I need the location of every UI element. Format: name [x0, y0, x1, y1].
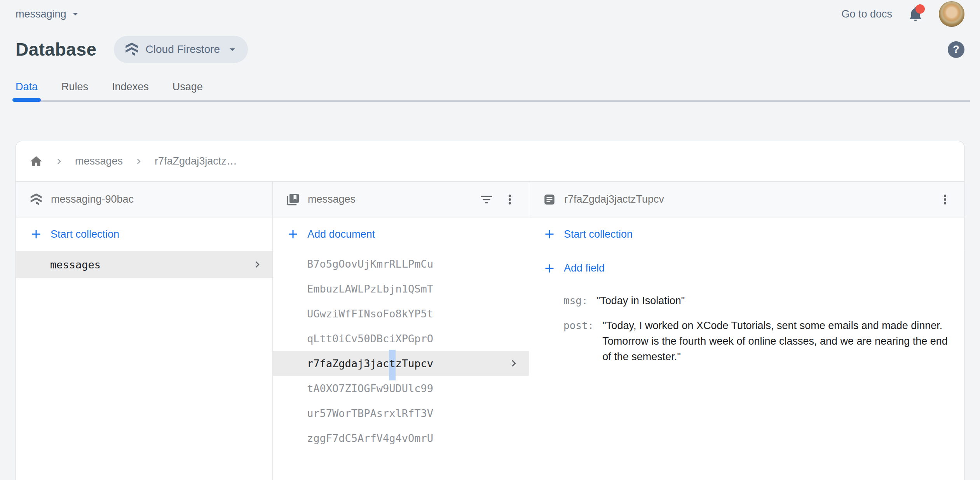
document-row[interactable]: tA0XO7ZIOGFw9UDUlc99	[273, 376, 529, 401]
breadcrumb: messages r7faZgdaj3jactz…	[16, 141, 964, 182]
collection-title: messages	[308, 193, 356, 205]
breadcrumb-collection[interactable]: messages	[75, 155, 123, 167]
document-icon	[542, 193, 556, 207]
topbar: messaging Go to docs	[0, 0, 980, 28]
title-row: Database Cloud Firestore	[16, 36, 980, 63]
text-selection-highlight: t	[389, 350, 395, 380]
document-list: B7o5gOovUjKmrRLLPmCuEmbuzLAWLPzLbjn1QSmT…	[273, 251, 529, 480]
tabs-bar: Data Rules Indexes Usage	[0, 77, 980, 102]
filter-icon[interactable]	[479, 192, 494, 207]
field-row-post: post: "Today, I worked on XCode Tutorial…	[563, 318, 949, 364]
notifications-button[interactable]	[907, 5, 924, 23]
document-id: zggF7dC5ArfV4g4vOmrU	[307, 432, 433, 444]
document-row[interactable]: qLtt0iCv50DBciXPGprO	[273, 326, 529, 351]
document-id: r7faZgdaj3jactzTupcv	[307, 357, 433, 370]
document-id: UGwziWfFINsoFo8kYP5t	[307, 308, 433, 320]
field-name[interactable]: post:	[563, 318, 594, 333]
document-row[interactable]: r7faZgdaj3jactzTupcv	[273, 351, 529, 376]
document-row[interactable]: zggF7dC5ArfV4g4vOmrU	[273, 426, 529, 450]
tab-rules[interactable]: Rules	[61, 77, 88, 102]
document-id: B7o5gOovUjKmrRLLPmCu	[307, 258, 433, 270]
column-document: r7faZgdaj3jactzTupcv Start collection Ad…	[529, 182, 964, 480]
chevron-right-icon	[133, 156, 144, 167]
breadcrumb-document[interactable]: r7faZgdaj3jactz…	[155, 155, 237, 167]
column-collection: messages Add document B7o5gOovUjKmrRLLPm…	[273, 182, 529, 480]
start-collection-button[interactable]: Start collection	[529, 217, 964, 251]
collection-icon	[286, 193, 300, 207]
chevron-down-icon	[226, 43, 239, 56]
more-vert-icon[interactable]	[502, 192, 517, 207]
question-mark-icon: ?	[953, 44, 959, 56]
document-fields: msg: "Today in Isolation" post: "Today, …	[529, 285, 964, 374]
document-title: r7faZgdaj3jactzTupcv	[564, 193, 664, 205]
tab-data[interactable]: Data	[16, 77, 38, 102]
tabs-divider	[16, 100, 970, 102]
more-vert-icon[interactable]	[938, 192, 952, 207]
add-document-label: Add document	[307, 228, 375, 240]
notification-dot	[915, 4, 925, 14]
project-name: messaging	[16, 8, 66, 20]
chevron-right-icon	[507, 357, 520, 370]
help-button[interactable]: ?	[948, 41, 964, 58]
field-name[interactable]: msg:	[563, 293, 588, 308]
page-title: Database	[16, 39, 97, 60]
firestore-icon	[29, 193, 43, 207]
document-id: qLtt0iCv50DBciXPGprO	[307, 333, 433, 345]
chevron-right-icon	[251, 258, 264, 271]
tab-usage[interactable]: Usage	[173, 77, 203, 102]
product-pill-label: Cloud Firestore	[146, 43, 220, 56]
document-row[interactable]: EmbuzLAWLPzLbjn1QSmT	[273, 276, 529, 301]
document-id: EmbuzLAWLPzLbjn1QSmT	[307, 283, 433, 295]
add-document-button[interactable]: Add document	[273, 217, 529, 251]
add-field-button[interactable]: Add field	[529, 251, 964, 285]
document-column-header: r7faZgdaj3jactzTupcv	[529, 182, 964, 217]
column-database-root: messaging-90bac Start collection message…	[16, 182, 273, 480]
document-id: tA0XO7ZIOGFw9UDUlc99	[307, 382, 433, 394]
go-to-docs-link[interactable]: Go to docs	[841, 8, 892, 20]
field-row-msg: msg: "Today in Isolation"	[563, 293, 949, 308]
document-id: ur57WorTBPAsrxlRfT3V	[307, 407, 433, 419]
document-row[interactable]: UGwziWfFINsoFo8kYP5t	[273, 301, 529, 326]
root-column-header: messaging-90bac	[16, 182, 272, 217]
collection-row-messages[interactable]: messages	[16, 251, 272, 278]
field-value[interactable]: "Today in Isolation"	[596, 293, 685, 308]
firestore-icon	[124, 42, 140, 57]
chevron-right-icon	[54, 156, 65, 167]
tab-indexes[interactable]: Indexes	[112, 77, 149, 102]
start-collection-label: Start collection	[564, 228, 633, 240]
firestore-data-panel: messages r7faZgdaj3jactz… messaging-90ba…	[16, 141, 964, 480]
start-collection-label: Start collection	[51, 228, 119, 240]
document-row[interactable]: B7o5gOovUjKmrRLLPmCu	[273, 251, 529, 276]
chevron-down-icon	[70, 8, 81, 20]
database-name: messaging-90bac	[51, 193, 134, 205]
project-selector[interactable]: messaging	[16, 8, 81, 20]
product-selector-pill[interactable]: Cloud Firestore	[114, 36, 248, 63]
avatar[interactable]	[939, 1, 964, 27]
document-row[interactable]: ur57WorTBPAsrxlRfT3V	[273, 401, 529, 426]
start-collection-button[interactable]: Start collection	[16, 217, 272, 251]
field-value[interactable]: "Today, I worked on XCode Tutorials, sen…	[602, 318, 949, 364]
topbar-right: Go to docs	[841, 1, 964, 27]
home-icon[interactable]	[29, 154, 43, 168]
add-field-label: Add field	[564, 262, 605, 274]
collection-name: messages	[50, 259, 101, 271]
collection-column-header: messages	[273, 182, 529, 217]
